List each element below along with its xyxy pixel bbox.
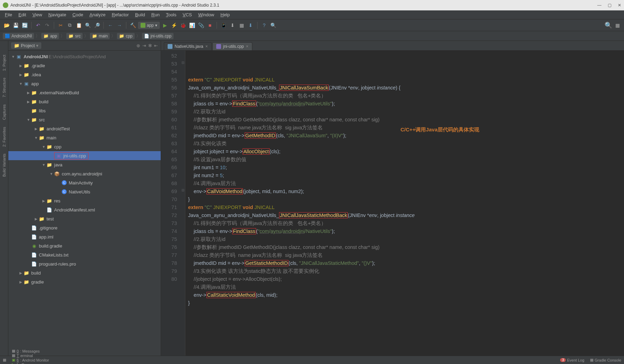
toolwindow-mode-icon[interactable]: ▦ <box>3 358 6 362</box>
menu-view[interactable]: View <box>30 11 44 18</box>
project-tree[interactable]: ▼▣AndroidJNI E:\AndroidStudioProject\And… <box>8 51 161 356</box>
tree-item[interactable]: ▶📁build <box>8 268 161 277</box>
menu-tools[interactable]: Tools <box>164 11 178 18</box>
rail-tab[interactable]: 1: Project <box>2 55 6 71</box>
tree-item[interactable]: ▼📦com.aynu.androidjni <box>8 169 161 178</box>
maximize-button[interactable]: ▢ <box>608 3 612 8</box>
tree-item[interactable]: ▼📁src <box>8 115 161 124</box>
redo-icon[interactable]: ↷ <box>43 21 51 29</box>
scroll-from-source-icon[interactable]: ⊕ <box>136 43 140 48</box>
avd-icon[interactable]: 📱 <box>220 21 227 29</box>
menu-vcs[interactable]: VCS <box>180 11 194 18</box>
status-item[interactable]: ▦ Terminal <box>12 353 49 358</box>
open-icon[interactable]: 📂 <box>3 21 10 29</box>
save-icon[interactable]: 💾 <box>12 21 19 29</box>
tree-item[interactable]: 📄proguard-rules.pro <box>8 259 161 268</box>
tree-item[interactable]: ▼📁main <box>8 133 161 142</box>
event-log-button[interactable]: 3Event Log <box>560 358 584 362</box>
close-button[interactable]: ✕ <box>618 3 621 8</box>
gradle-console-button[interactable]: ▦ Gradle Console <box>590 358 621 362</box>
menu-help[interactable]: Help <box>218 11 232 18</box>
cut-icon[interactable]: ✂ <box>57 21 65 29</box>
forward-icon[interactable]: → <box>116 21 123 29</box>
status-item[interactable]: ▣ 6: Android Monitor <box>12 358 49 362</box>
paste-icon[interactable]: 📋 <box>75 21 83 29</box>
profile-icon[interactable]: 📊 <box>188 21 196 29</box>
sync-icon[interactable]: 🔄 <box>21 21 28 29</box>
download-icon[interactable]: ⬇ <box>247 21 254 29</box>
tree-item[interactable]: ◉build.gradle <box>8 241 161 250</box>
tree-item[interactable]: ▼📁java <box>8 160 161 169</box>
menu-build[interactable]: Build <box>133 11 147 18</box>
menu-navigate[interactable]: Navigate <box>46 11 68 18</box>
menu-window[interactable]: Window <box>196 11 216 18</box>
help-icon[interactable]: ? <box>260 21 268 29</box>
search-everywhere-icon[interactable]: 🔍 <box>605 21 612 29</box>
rail-tab[interactable]: 7: Structure <box>2 78 6 97</box>
stop-icon[interactable]: ■ <box>206 21 214 29</box>
settings-icon[interactable]: ✻ <box>148 43 152 48</box>
menu-analyze[interactable]: Analyze <box>87 11 108 18</box>
editor-tab[interactable]: jni-utils.cpp × <box>212 42 252 50</box>
close-tab-icon[interactable]: × <box>246 44 248 49</box>
attach-icon[interactable]: 📎 <box>197 21 205 29</box>
sdk-icon[interactable]: ⬇ <box>229 21 236 29</box>
tree-item[interactable]: ▶📁.gradle <box>8 61 161 70</box>
undo-icon[interactable]: ↶ <box>34 21 42 29</box>
tree-item[interactable]: ▼📁cpp <box>8 142 161 151</box>
editor-tab[interactable]: NativeUtils.java × <box>164 42 212 50</box>
tree-item[interactable]: ▶📁gradle <box>8 277 161 286</box>
project-view-selector[interactable]: 📁 Project ▾ <box>11 42 41 49</box>
tree-root[interactable]: ▼▣AndroidJNI E:\AndroidStudioProject\And <box>8 52 161 61</box>
make-icon[interactable]: 🔨 <box>129 21 137 29</box>
tree-item[interactable]: 📄app.iml <box>8 232 161 241</box>
breadcrumb-item[interactable]: 📁app <box>41 33 59 39</box>
tree-item[interactable]: ▶📁res <box>8 196 161 205</box>
rail-tab[interactable]: 2: Favorites <box>2 127 6 147</box>
run-icon[interactable]: ▶ <box>161 21 169 29</box>
tree-item[interactable]: ▶📁.idea <box>8 70 161 79</box>
apply-changes-icon[interactable]: ⚡ <box>170 21 178 29</box>
tree-item[interactable]: ▶📁test <box>8 214 161 223</box>
tree-item[interactable]: ▼▣app <box>8 79 161 88</box>
status-item[interactable]: ▦ 0: Messages <box>12 349 49 353</box>
breadcrumb-item[interactable]: 🟦AndroidJNI <box>3 33 34 39</box>
back-icon[interactable]: ← <box>107 21 114 29</box>
tree-item[interactable]: 📄AndroidManifest.xml <box>8 205 161 214</box>
find-icon[interactable]: 🔍 <box>84 21 92 29</box>
close-tab-icon[interactable]: × <box>205 44 208 49</box>
minimize-button[interactable]: — <box>597 3 601 8</box>
layout-icon[interactable]: ▦ <box>238 21 245 29</box>
tree-item[interactable]: ▶📁androidTest <box>8 124 161 133</box>
tree-item[interactable]: CNativeUtils <box>8 187 161 196</box>
tree-item[interactable]: 📄.gitignore <box>8 223 161 232</box>
toolwindows-icon[interactable]: ▦ <box>614 21 621 29</box>
code-editor[interactable]: 5253545556575859606162636465666768697071… <box>161 51 624 356</box>
debug-icon[interactable]: 🐞 <box>179 21 187 29</box>
breadcrumb-item[interactable]: 📁main <box>90 33 110 39</box>
tree-item[interactable]: ▶📁.externalNativeBuild <box>8 88 161 97</box>
tree-item[interactable]: ▶📁build <box>8 97 161 106</box>
breadcrumb-item[interactable]: 📄jni-utils.cpp <box>142 33 174 39</box>
breadcrumb-item[interactable]: 📁src <box>66 33 83 39</box>
code-text[interactable]: C/C++调用Java层代码的具体实现 extern "C" JNIEXPORT… <box>185 51 624 356</box>
menu-file[interactable]: File <box>3 11 14 18</box>
tree-item[interactable]: CMainActivity <box>8 178 161 187</box>
copy-icon[interactable]: ⧉ <box>66 21 74 29</box>
rail-tab[interactable]: Build Variants <box>2 154 6 177</box>
search-icon[interactable]: 🔍 <box>269 21 277 29</box>
menu-refactor[interactable]: Refactor <box>110 11 131 18</box>
collapse-icon[interactable]: ⇥ <box>142 43 146 48</box>
menu-code[interactable]: Code <box>70 11 85 18</box>
menu-edit[interactable]: Edit <box>16 11 28 18</box>
fold-column[interactable]: ⊟⊟ <box>180 51 185 356</box>
breadcrumb-item[interactable]: 📁cpp <box>117 33 134 39</box>
tree-item[interactable]: 📁libs <box>8 106 161 115</box>
rail-tab[interactable]: Captures <box>2 104 6 120</box>
replace-icon[interactable]: 🔎 <box>93 21 101 29</box>
hide-icon[interactable]: ⇤ <box>154 43 158 48</box>
tree-item[interactable]: 📄CMakeLists.txt <box>8 250 161 259</box>
status-item[interactable]: ▶ 4: Run <box>12 362 49 364</box>
run-config-selector[interactable]: app▾ <box>138 22 160 29</box>
menu-run[interactable]: Run <box>149 11 162 18</box>
